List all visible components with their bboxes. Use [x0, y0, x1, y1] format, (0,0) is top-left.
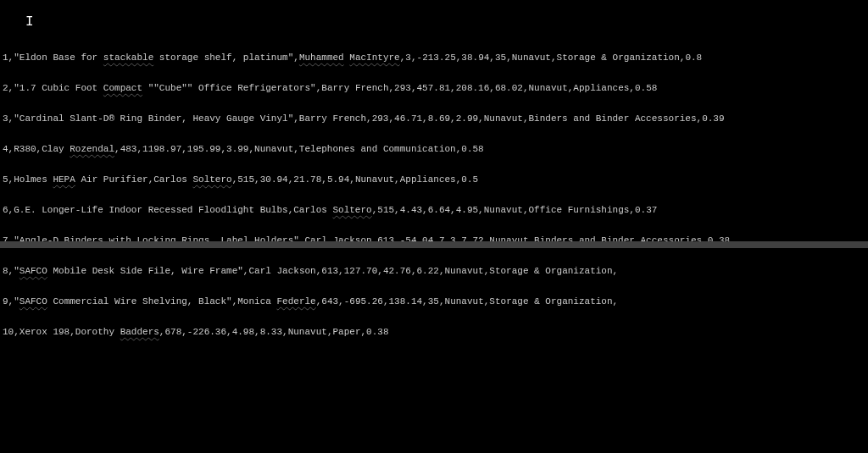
editor-viewport[interactable]: I 1,"Eldon Base for stackable storage sh…: [0, 0, 868, 453]
file-content[interactable]: 1,"Eldon Base for stackable storage shel…: [3, 32, 868, 357]
text-cursor: I: [25, 15, 26, 29]
panel-divider[interactable]: [0, 241, 868, 248]
csv-line: 9,"SAFCO Commercial Wire Shelving, Black…: [3, 296, 868, 307]
csv-line: 2,"1.7 Cubic Foot Compact ""Cube"" Offic…: [3, 83, 868, 93]
csv-line: 6,G.E. Longer-Life Indoor Recessed Flood…: [3, 205, 868, 215]
csv-line: 10,Xerox 198,Dorothy Badders,678,-226.36…: [3, 327, 868, 337]
csv-line: 3,"Cardinal Slant-D® Ring Binder, Heavy …: [3, 113, 868, 124]
csv-line: 1,"Eldon Base for stackable storage shel…: [3, 52, 868, 63]
csv-line: 4,R380,Clay Rozendal,483,1198.97,195.99,…: [3, 144, 868, 154]
csv-line: 8,"SAFCO Mobile Desk Side File, Wire Fra…: [3, 266, 868, 276]
csv-line: 5,Holmes HEPA Air Purifier,Carlos Solter…: [3, 174, 868, 185]
